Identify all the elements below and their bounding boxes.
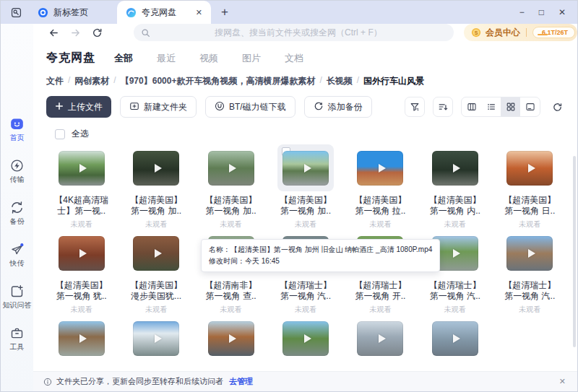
video-thumbnail[interactable] [506, 236, 553, 271]
tooltip-name: 名称：【超清美国】第一视角 加州 旧金山 纳帕酒庄 _高清 1080P.mp4 [209, 244, 432, 256]
video-thumbnail[interactable] [432, 321, 478, 356]
knowledge-qa-icon [9, 284, 25, 299]
file-item[interactable]: 【超清美国】漫步美国犹...未观看 [118, 230, 193, 315]
breadcrumb-segment[interactable]: 文件 [46, 75, 64, 87]
watch-status: 未观看 [295, 305, 316, 315]
search-bar[interactable] [134, 24, 454, 41]
file-item[interactable]: 【超清美国】第一视角 犹..未观看 [44, 230, 118, 315]
video-thumbnail[interactable] [506, 151, 553, 186]
watch-status: 未观看 [444, 219, 466, 230]
scrollbar[interactable] [573, 156, 576, 347]
video-thumbnail[interactable] [208, 321, 254, 356]
divider [526, 28, 527, 37]
share-banner-message: 文件夹已分享，更新会同步至转存和后续访问者 [56, 376, 223, 387]
upload-file-button[interactable]: 上传文件 [46, 96, 111, 118]
sidebar-item-quick-send[interactable]: 快传 [1, 242, 33, 269]
breadcrumb-segment[interactable]: 网创素材 [74, 75, 109, 87]
minimize-button[interactable]: − [519, 7, 525, 17]
manage-link[interactable]: 去管理 [229, 376, 253, 387]
breadcrumb-segment[interactable]: 长视频 [327, 75, 353, 87]
card-view-button[interactable] [520, 97, 540, 117]
video-thumbnail[interactable] [282, 321, 329, 356]
play-icon [155, 334, 162, 343]
file-item[interactable]: 【超清美国】第一视角 加..未观看 [118, 144, 193, 230]
category-tab[interactable]: 文档 [285, 52, 303, 65]
video-thumbnail[interactable] [208, 151, 254, 186]
dismiss-banner-icon[interactable]: ✕ [559, 377, 566, 386]
category-tab[interactable]: 最近 [157, 52, 176, 65]
close-window-button[interactable]: ✕ [558, 7, 566, 17]
breadcrumb-segment[interactable]: 【970】6000+款开车视角视频，高清横屏爆款素材 [121, 75, 316, 87]
file-item[interactable]: 【超清美国】第一视角 日..未观看 [493, 144, 567, 230]
sidebar-item-label: 快传 [10, 258, 25, 269]
sidebar-item-tools[interactable]: 工具 [1, 326, 33, 352]
tab-bar: 新标签页 夸克网盘 ✕ + − □ ✕ [1, 1, 577, 24]
transfer-icon [9, 158, 25, 173]
select-all-row: 全选 [33, 118, 577, 140]
backup-icon [9, 200, 25, 215]
file-item[interactable]: 【超清美国】第一视角 内..未观看 [418, 144, 492, 230]
refresh-list-button[interactable] [548, 98, 566, 116]
reload-icon[interactable] [89, 25, 105, 40]
video-thumbnail[interactable] [59, 236, 105, 271]
video-thumbnail[interactable] [59, 151, 105, 186]
file-item[interactable]: 【超清美国】第一视角 加..未观看 [268, 144, 342, 230]
play-icon [304, 164, 311, 173]
select-all-checkbox[interactable] [55, 129, 65, 139]
close-tab-icon[interactable]: ✕ [194, 8, 204, 17]
play-icon [453, 164, 460, 173]
category-tab[interactable]: 视频 [199, 52, 218, 65]
sidebar-item-knowledge-qa[interactable]: 知识问答 [1, 284, 33, 310]
bt-magnet-download-button[interactable]: BT/磁力链下载 [205, 96, 296, 118]
video-thumbnail[interactable] [133, 321, 179, 356]
sidebar-item-backup[interactable]: 备份 [1, 200, 33, 227]
file-name: 【超清瑞士】第一视角 汽.. [429, 280, 481, 302]
file-name: 【超清南非】第一视角 查.. [205, 280, 257, 302]
new-folder-button[interactable]: 新建文件夹 [120, 96, 197, 118]
video-thumbnail[interactable] [432, 151, 478, 186]
tab-title: 夸克网盘 [142, 6, 189, 19]
video-thumbnail[interactable] [357, 321, 403, 356]
sort-button[interactable] [433, 97, 453, 117]
backup-add-icon [314, 101, 324, 113]
magnet-icon [215, 101, 225, 113]
tab-new-page[interactable]: 新标签页 [29, 1, 117, 24]
plus-icon [55, 102, 64, 113]
tab-quark-drive[interactable]: 夸克网盘 ✕ [117, 1, 211, 24]
video-thumbnail[interactable] [282, 151, 329, 186]
video-thumbnail[interactable] [357, 151, 403, 186]
video-thumbnail[interactable] [133, 151, 179, 186]
breadcrumb-segment[interactable]: 国外行车山风景 [363, 75, 424, 87]
watch-status: 未观看 [145, 305, 167, 315]
category-tab[interactable]: 图片 [242, 52, 261, 65]
file-item[interactable]: 【超清美国】第一视角 拉..未观看 [343, 144, 418, 230]
play-icon [155, 164, 162, 173]
category-tab[interactable]: 全部 [114, 52, 133, 65]
add-backup-button[interactable]: 添加备份 [304, 96, 372, 118]
column-view-button[interactable] [462, 97, 481, 117]
file-name: 【超清美国】第一视角 内.. [429, 195, 481, 217]
maximize-button[interactable]: □ [539, 7, 544, 17]
collections-panel-icon[interactable] [7, 4, 25, 20]
forward-icon[interactable] [68, 25, 84, 40]
file-item[interactable]: 【超清美国】第一视角 加..未观看 [194, 144, 268, 230]
member-center-button[interactable]: S 会员中心 6.1T/26T [464, 24, 577, 41]
file-item[interactable]: 【超清瑞士】第一视角 汽..未观看 [493, 230, 567, 315]
new-tab-button[interactable]: + [214, 5, 236, 19]
back-icon[interactable] [46, 25, 62, 40]
sidebar-item-transfer[interactable]: 传输 [1, 158, 33, 185]
search-input[interactable] [150, 27, 447, 38]
list-view-button[interactable] [481, 97, 501, 117]
sidebar-item-home[interactable]: 首页 [1, 116, 33, 143]
video-thumbnail[interactable] [133, 236, 179, 271]
grid-view-button[interactable] [501, 97, 520, 117]
tab-title: 新标签页 [53, 6, 110, 19]
file-item[interactable]: 【4K超高清瑞士】第一视..未观看 [44, 144, 118, 230]
watch-status: 未观看 [220, 219, 242, 230]
play-icon [528, 249, 535, 258]
file-name: 【4K超高清瑞士】第一视.. [54, 195, 108, 217]
filter-button[interactable] [405, 97, 425, 117]
watch-status: 未观看 [369, 219, 391, 230]
sidebar-item-label: 备份 [10, 217, 25, 227]
video-thumbnail[interactable] [59, 321, 105, 356]
